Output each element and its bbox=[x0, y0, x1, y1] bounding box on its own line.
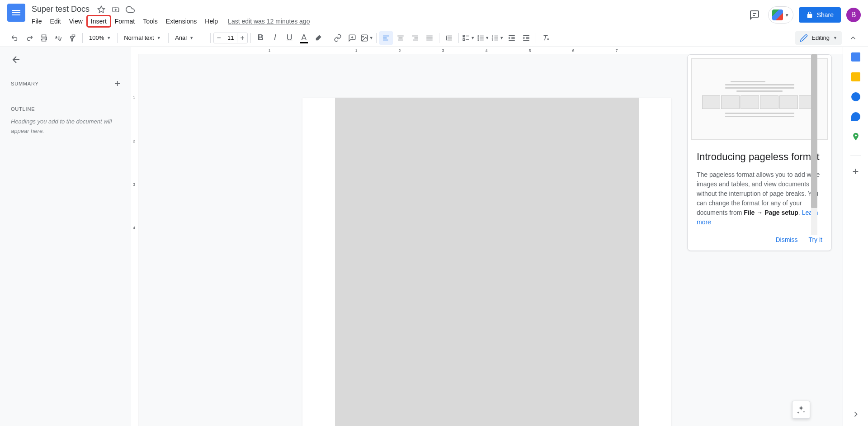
document-title[interactable]: Super test Docs bbox=[29, 4, 92, 15]
paint-format-button[interactable] bbox=[66, 31, 80, 45]
document-area: 1 1 2 3 4 5 6 7 1 2 3 4 bbox=[131, 47, 843, 426]
zoom-select[interactable]: 100%▼ bbox=[85, 33, 114, 43]
print-button[interactable] bbox=[37, 31, 51, 45]
font-select[interactable]: Arial▼ bbox=[171, 33, 208, 43]
insert-link-button[interactable] bbox=[331, 31, 344, 45]
font-size-increase[interactable]: + bbox=[237, 33, 247, 43]
menu-bar: File Edit View Insert Format Tools Exten… bbox=[28, 16, 746, 27]
docs-logo[interactable] bbox=[7, 4, 25, 22]
last-edit-link[interactable]: Last edit was 12 minutes ago bbox=[228, 16, 310, 27]
pencil-icon bbox=[800, 34, 808, 42]
share-label: Share bbox=[817, 11, 834, 19]
promo-preview-image bbox=[691, 58, 828, 140]
italic-button[interactable]: I bbox=[268, 31, 282, 45]
insert-image-button[interactable]: ▼ bbox=[360, 31, 373, 45]
increase-indent-button[interactable] bbox=[519, 31, 533, 45]
vertical-scrollbar[interactable] bbox=[811, 54, 817, 235]
hide-menus-button[interactable] bbox=[846, 31, 860, 45]
editing-mode-button[interactable]: Editing ▼ bbox=[795, 31, 842, 45]
svg-point-21 bbox=[478, 38, 479, 38]
maps-addon-icon[interactable] bbox=[851, 132, 860, 141]
svg-point-20 bbox=[478, 35, 479, 36]
add-comment-button[interactable] bbox=[345, 31, 359, 45]
font-size-input[interactable]: 11 bbox=[224, 33, 237, 43]
bulleted-list-button[interactable]: ▼ bbox=[476, 31, 490, 45]
svg-point-22 bbox=[478, 39, 479, 40]
svg-text:3: 3 bbox=[492, 38, 494, 41]
decrease-indent-button[interactable] bbox=[505, 31, 519, 45]
menu-help[interactable]: Help bbox=[201, 16, 222, 27]
dismiss-button[interactable]: Dismiss bbox=[775, 236, 797, 243]
promo-body-text: The pageless format allows you to add wi… bbox=[697, 170, 822, 227]
styles-select[interactable]: Normal text▼ bbox=[120, 33, 165, 43]
menu-format[interactable]: Format bbox=[111, 16, 138, 27]
try-it-button[interactable]: Try it bbox=[808, 236, 822, 243]
menu-extensions[interactable]: Extensions bbox=[162, 16, 200, 27]
clear-formatting-button[interactable] bbox=[539, 31, 552, 45]
undo-button[interactable] bbox=[8, 31, 22, 45]
meet-icon bbox=[772, 9, 783, 20]
hide-side-panel-button[interactable] bbox=[851, 410, 860, 419]
svg-point-41 bbox=[854, 134, 856, 136]
pageless-promo-card: Introducing pageless format The pageless… bbox=[687, 54, 832, 251]
keep-addon-icon[interactable] bbox=[851, 72, 860, 81]
redo-button[interactable] bbox=[23, 31, 36, 45]
comment-history-button[interactable] bbox=[746, 7, 763, 23]
collapse-outline-button[interactable] bbox=[11, 54, 22, 65]
move-icon[interactable] bbox=[110, 4, 121, 15]
checklist-button[interactable]: ▼ bbox=[462, 31, 475, 45]
outline-heading: OUTLINE bbox=[11, 106, 120, 112]
star-icon[interactable] bbox=[96, 4, 107, 15]
chevron-down-icon: ▼ bbox=[785, 13, 789, 18]
meet-button[interactable]: ▼ bbox=[768, 6, 793, 24]
align-justify-button[interactable] bbox=[423, 31, 436, 45]
text-color-button[interactable]: A bbox=[297, 31, 311, 45]
account-avatar[interactable]: B bbox=[846, 8, 861, 22]
vertical-ruler[interactable]: 1 2 3 4 bbox=[131, 54, 138, 426]
spellcheck-button[interactable] bbox=[52, 31, 65, 45]
menu-file[interactable]: File bbox=[28, 16, 46, 27]
svg-point-6 bbox=[363, 36, 363, 37]
menu-insert[interactable]: Insert bbox=[87, 16, 110, 27]
side-panel: + bbox=[843, 47, 868, 426]
cloud-status-icon[interactable] bbox=[125, 4, 136, 15]
line-spacing-button[interactable] bbox=[442, 31, 456, 45]
underline-button[interactable]: U bbox=[283, 31, 296, 45]
add-summary-button[interactable]: + bbox=[114, 78, 120, 90]
page-content[interactable] bbox=[335, 98, 639, 426]
numbered-list-button[interactable]: 123▼ bbox=[491, 31, 504, 45]
outline-panel: SUMMARY + OUTLINE Headings you add to th… bbox=[0, 47, 131, 426]
bold-button[interactable]: B bbox=[254, 31, 267, 45]
horizontal-ruler[interactable]: 1 1 2 3 4 5 6 7 bbox=[131, 47, 843, 54]
menu-edit[interactable]: Edit bbox=[47, 16, 65, 27]
scrollbar-thumb[interactable] bbox=[811, 54, 817, 208]
promo-title: Introducing pageless format bbox=[697, 151, 822, 164]
align-left-button[interactable] bbox=[379, 31, 393, 45]
align-right-button[interactable] bbox=[408, 31, 422, 45]
align-center-button[interactable] bbox=[394, 31, 407, 45]
document-page[interactable] bbox=[302, 98, 671, 426]
get-addons-button[interactable]: + bbox=[851, 167, 860, 176]
share-button[interactable]: Share bbox=[799, 7, 841, 23]
outline-hint: Headings you add to the document will ap… bbox=[11, 117, 120, 136]
toolbar: 100%▼ Normal text▼ Arial▼ − 11 + B I U A… bbox=[0, 29, 868, 47]
menu-tools[interactable]: Tools bbox=[139, 16, 161, 27]
summary-heading: SUMMARY bbox=[11, 81, 39, 86]
lock-icon bbox=[806, 11, 813, 19]
menu-view[interactable]: View bbox=[66, 16, 86, 27]
tasks-addon-icon[interactable] bbox=[851, 92, 860, 101]
calendar-addon-icon[interactable] bbox=[851, 52, 860, 62]
explore-button[interactable] bbox=[792, 401, 810, 419]
svg-marker-0 bbox=[98, 6, 105, 12]
highlight-color-button[interactable] bbox=[311, 31, 325, 45]
contacts-addon-icon[interactable] bbox=[851, 112, 860, 121]
font-size-decrease[interactable]: − bbox=[214, 33, 224, 43]
svg-rect-4 bbox=[42, 39, 46, 41]
